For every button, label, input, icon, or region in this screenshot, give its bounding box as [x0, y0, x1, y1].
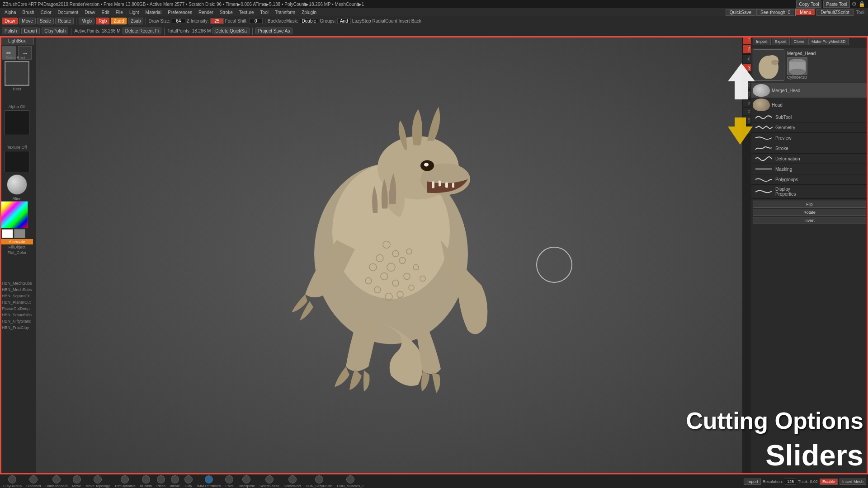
delete-quicksave-button[interactable]: Delete QuickSa [212, 28, 249, 34]
rotate-button-rp[interactable]: Rotate [753, 209, 866, 216]
make-polymesh-button[interactable]: Make PolyMesh3D [808, 38, 849, 45]
bottom-pinch[interactable]: Pinch [155, 475, 167, 488]
menu-preferences[interactable]: Preferences [165, 9, 195, 15]
menu-texture[interactable]: Texture [236, 9, 257, 15]
bottom-clay[interactable]: Clay [183, 475, 194, 488]
bottom-standard[interactable]: Standard [25, 475, 42, 488]
menu-brush[interactable]: Brush [20, 9, 37, 15]
bottom-move[interactable]: Move [71, 475, 83, 488]
color-picker[interactable] [1, 201, 28, 228]
import-button[interactable]: Import [753, 38, 771, 45]
paste-tool-button[interactable]: Paste Tool [823, 0, 850, 8]
rp-vtab-fl[interactable]: Fl [742, 108, 751, 115]
rp-vtab-sub[interactable]: Su [742, 45, 751, 54]
rp-vtab-li2[interactable]: Li [742, 72, 751, 80]
zadd-button[interactable]: Zadd [111, 18, 127, 24]
bottom-movetopo[interactable]: Move Topology [84, 475, 111, 488]
brush-display[interactable]: Display Properties [753, 186, 866, 197]
draw-button[interactable]: Draw [2, 18, 18, 24]
brush-subtool[interactable]: SubTool [753, 113, 866, 121]
rgb-button[interactable]: Rgb [96, 18, 109, 24]
main-viewport[interactable] [36, 36, 750, 474]
menu-stroke[interactable]: Stroke [217, 9, 236, 15]
brush-geometry[interactable]: Geometry [753, 123, 866, 131]
subtool-merged-head[interactable]: Merged_Head [751, 83, 868, 98]
bottom-claybuldup[interactable]: ClayBuldup [2, 475, 23, 488]
menu-material[interactable]: Material [143, 9, 165, 15]
flat-color-button[interactable]: Flat_Color [1, 250, 33, 255]
lightbox-button[interactable]: LightBox [0, 36, 34, 45]
see-through-button[interactable]: See-through: 0 [756, 9, 794, 16]
brush-masking[interactable]: Masking [753, 165, 866, 173]
menu-file[interactable]: File [113, 9, 126, 15]
menu-edit[interactable]: Edit [99, 9, 112, 15]
export-button-rp[interactable]: Export [772, 38, 790, 45]
rp-vtab-rot[interactable]: Ro [742, 116, 751, 125]
menu-tool[interactable]: Tool [258, 9, 271, 15]
brush-item-4[interactable]: PlanarCutDeep [0, 305, 34, 312]
brush-deformation[interactable]: Deformation [753, 155, 866, 163]
menu-zplugin[interactable]: Zplugin [299, 9, 319, 15]
invert-button[interactable]: Invert [753, 217, 866, 224]
groups-value[interactable]: And [337, 18, 351, 24]
bottom-selectlasso[interactable]: SelectLasso [258, 475, 281, 488]
rp-vtab-po[interactable]: Po [742, 90, 751, 99]
menu-draw[interactable]: Draw [82, 9, 98, 15]
subtool-head[interactable]: Head [751, 98, 868, 112]
menu-light[interactable]: Light [127, 9, 142, 15]
bottom-paint[interactable]: Paint [224, 475, 235, 488]
settings-icon[interactable]: ⚙ [852, 1, 857, 7]
clay-polish-button[interactable]: ClayPolish [42, 28, 68, 34]
move-button[interactable]: Move [19, 18, 35, 24]
delete-recent-button[interactable]: Delete Recent Fi [123, 28, 161, 34]
brush-stroke-item[interactable]: Stroke [753, 144, 866, 152]
bottom-transpose[interactable]: Transpose [237, 475, 257, 488]
brush-item-6[interactable]: HBN_NiftyStand [0, 318, 34, 324]
menu-color[interactable]: Color [38, 9, 54, 15]
mrgb-button[interactable]: Mrgb [79, 18, 94, 24]
polish-button[interactable]: Polish [2, 28, 19, 34]
brush-polygroups[interactable]: Polygroups [753, 175, 866, 183]
resolution-value[interactable]: 128 [785, 479, 796, 485]
draw-size-value[interactable]: 64 [172, 18, 185, 24]
brush-item-5[interactable]: HBN_SmoothPo [0, 312, 34, 318]
export-button[interactable]: Export [21, 28, 40, 34]
fill-object-button[interactable]: FillObject [1, 244, 33, 250]
rect-selector[interactable]: SelectRect Rect [5, 61, 29, 86]
bottom-damstandard[interactable]: DamStandard [44, 475, 69, 488]
quicksave-button[interactable]: QuickSave [726, 9, 755, 16]
copy-tool-button[interactable]: Copy Tool [796, 0, 821, 8]
rp-vtab-zz[interactable]: Zz [742, 64, 751, 72]
menu-button[interactable]: Menu [795, 9, 816, 16]
brush-preview[interactable]: Preview [753, 134, 866, 142]
z-intensity-value[interactable]: 25 [210, 18, 224, 24]
alternate-button[interactable]: Alternate [1, 239, 33, 244]
rp-vtab-li[interactable]: Li. [742, 36, 751, 44]
menu-transform[interactable]: Transform [272, 9, 298, 15]
white-swatch[interactable] [2, 229, 13, 238]
bottom-imm-primitives[interactable]: IMM Primitives [196, 475, 222, 488]
backface-value[interactable]: Double [300, 18, 319, 24]
brush-item-0[interactable]: HBN_MechSubs [0, 280, 34, 286]
cylinder3d-thumb[interactable] [787, 57, 807, 75]
bottom-hbn-lazybrush[interactable]: HBN_LazyBrush [304, 475, 334, 488]
menu-alpha[interactable]: Alpha [2, 9, 19, 15]
flip-button[interactable]: Flip [753, 201, 866, 208]
default-zscript-button[interactable]: DefaultZScript [816, 9, 853, 16]
brush-item-7[interactable]: HBN_FracClay [0, 324, 34, 331]
bottom-trimdynamic[interactable]: TrimDynamic [113, 475, 137, 488]
menu-render[interactable]: Render [196, 9, 216, 15]
brush-item-2[interactable]: HBN_SquareTri [0, 293, 34, 299]
bottom-selectrect[interactable]: SelectRect [283, 475, 303, 488]
rp-vtab-in[interactable]: In [742, 99, 751, 107]
scale-button[interactable]: Scale [37, 18, 54, 24]
rp-vtab-sym[interactable]: Sy [742, 54, 751, 63]
bottom-hpolish[interactable]: hPolish [139, 475, 153, 488]
bottom-inflate[interactable]: Inflate [169, 475, 181, 488]
alpha-preview[interactable] [5, 110, 29, 135]
merged-head-thumb[interactable] [753, 49, 784, 81]
rotate-button[interactable]: Rotate [55, 18, 74, 24]
insert-mesh-button[interactable]: Insert Mesh [840, 479, 866, 485]
brush-item-1[interactable]: HBN_MechSubs [0, 286, 34, 293]
rp-vtab-geo[interactable]: Ge [742, 80, 751, 90]
